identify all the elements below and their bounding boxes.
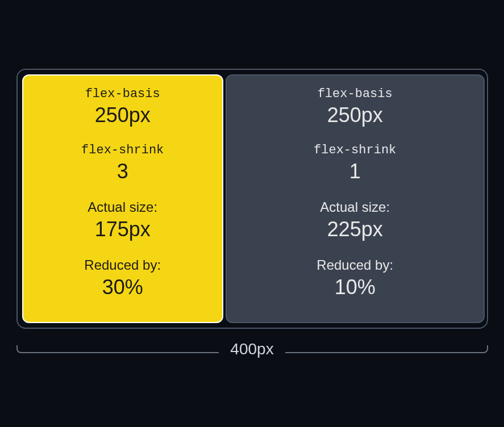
flex-shrink-group: flex-shrink 1 bbox=[314, 143, 396, 183]
flex-shrink-value: 3 bbox=[81, 160, 164, 183]
flex-basis-group: flex-basis 250px bbox=[318, 87, 393, 127]
actual-size-label: Actual size: bbox=[88, 199, 157, 215]
actual-size-label: Actual size: bbox=[320, 199, 390, 215]
flex-shrink-value: 1 bbox=[314, 160, 396, 183]
flex-shrink-label: flex-shrink bbox=[81, 143, 164, 157]
flex-basis-label: flex-basis bbox=[85, 87, 160, 101]
reduced-by-value: 30% bbox=[84, 275, 161, 299]
width-indicator: 400px bbox=[16, 340, 488, 358]
flex-basis-value: 250px bbox=[85, 103, 160, 127]
reduced-by-label: Reduced by: bbox=[316, 257, 393, 273]
reduced-by-label: Reduced by: bbox=[84, 257, 161, 273]
reduced-by-value: 10% bbox=[316, 275, 393, 299]
actual-size-group: Actual size: 175px bbox=[88, 199, 157, 241]
width-line-left bbox=[23, 352, 219, 353]
container-width-label: 400px bbox=[219, 340, 285, 358]
flex-shrink-diagram: flex-basis 250px flex-shrink 3 Actual si… bbox=[16, 69, 488, 358]
bracket-right-icon bbox=[481, 345, 488, 353]
flex-basis-group: flex-basis 250px bbox=[85, 87, 160, 127]
flex-shrink-group: flex-shrink 3 bbox=[81, 143, 164, 183]
actual-size-value: 175px bbox=[88, 217, 157, 241]
bracket-left-icon bbox=[16, 345, 23, 353]
actual-size-group: Actual size: 225px bbox=[320, 199, 390, 241]
flex-item-1: flex-basis 250px flex-shrink 3 Actual si… bbox=[22, 74, 223, 323]
actual-size-value: 225px bbox=[320, 217, 390, 241]
reduced-by-group: Reduced by: 10% bbox=[316, 257, 393, 299]
flex-basis-label: flex-basis bbox=[318, 87, 393, 101]
width-line-right bbox=[285, 352, 481, 353]
reduced-by-group: Reduced by: 30% bbox=[84, 257, 161, 299]
flex-item-2: flex-basis 250px flex-shrink 1 Actual si… bbox=[226, 74, 485, 323]
flex-container: flex-basis 250px flex-shrink 3 Actual si… bbox=[16, 69, 488, 329]
flex-shrink-label: flex-shrink bbox=[314, 143, 396, 157]
flex-basis-value: 250px bbox=[318, 103, 393, 127]
